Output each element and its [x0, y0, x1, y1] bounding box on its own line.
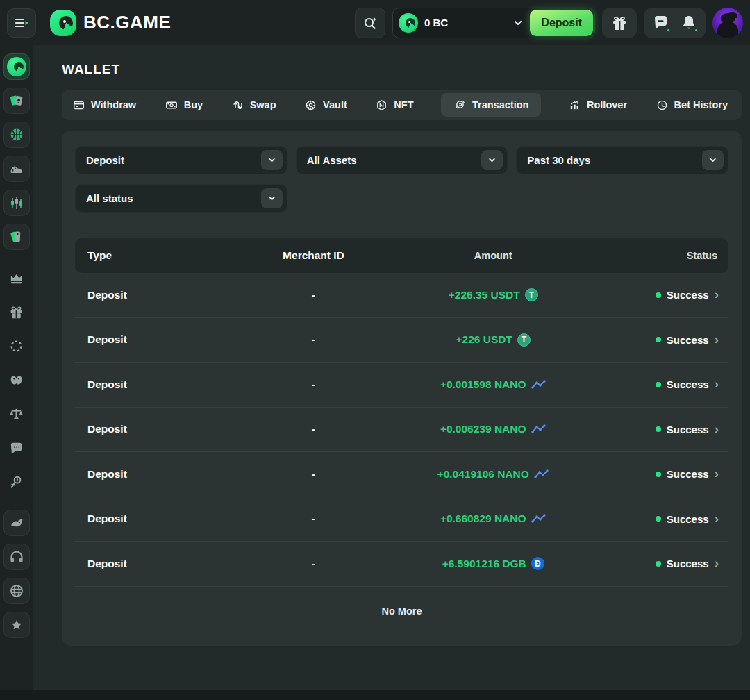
topbar: BC.GAME 0 BC Deposit — [0, 0, 750, 45]
table-row[interactable]: Deposit - +0.660829 NANO Success› — [75, 497, 728, 542]
sidebar-item-sports[interactable] — [3, 122, 30, 148]
filter-period-select[interactable]: Past 30 days — [516, 146, 728, 174]
clock-icon — [656, 99, 668, 111]
sidebar-item-bonus[interactable] — [3, 299, 30, 325]
table-row[interactable]: Deposit - +226 USDTT Success› — [75, 318, 728, 363]
table-row[interactable]: Deposit - +0.0419106 NANO Success› — [75, 452, 728, 497]
racing-sneaker-icon — [8, 160, 25, 177]
sidebar-item-support[interactable] — [3, 544, 30, 570]
tab-transaction[interactable]: Transaction — [441, 93, 541, 117]
filter-type-select[interactable]: Deposit — [75, 146, 288, 174]
filters: Deposit All Assets Past 30 days — [75, 146, 728, 212]
success-dot — [656, 426, 661, 432]
swap-icon — [232, 99, 244, 111]
bottom-strip — [0, 690, 750, 700]
brand[interactable]: BC.GAME — [50, 10, 171, 36]
sidebar-item-racing[interactable] — [3, 156, 30, 182]
page-title: WALLET — [62, 62, 742, 77]
dgb-icon: Ð — [531, 557, 544, 570]
bonus-gift-icon — [8, 304, 24, 320]
favorites-star-icon — [10, 618, 24, 632]
table-row[interactable]: Deposit - +226.35 USDTT Success› — [75, 273, 728, 318]
tab-nft[interactable]: NFT — [374, 94, 415, 117]
table-row[interactable]: Deposit - +0.006239 NANO Success› — [75, 408, 728, 453]
sidebar-item-forum[interactable] — [3, 435, 30, 461]
sidebar-item-mascots[interactable] — [3, 367, 30, 393]
promo-group — [602, 8, 637, 38]
transaction-icon — [453, 99, 466, 111]
trading-candles-icon — [8, 194, 25, 211]
filter-status-select[interactable]: All status — [75, 184, 288, 212]
tab-rollover[interactable]: Rollover — [567, 94, 628, 117]
rewards-ring-icon — [8, 338, 24, 354]
main-content: WALLET Withdraw Buy Swap Vault NFT — [33, 45, 750, 700]
table-row[interactable]: Deposit - +6.5901216 DGBÐ Success› — [75, 542, 728, 587]
balance-amount: 0 BC — [424, 17, 448, 28]
tab-buy[interactable]: Buy — [164, 94, 204, 117]
success-dot — [656, 292, 661, 298]
header-status: Status — [591, 250, 728, 261]
tab-swap[interactable]: Swap — [231, 94, 278, 117]
chevron-right-icon: › — [715, 288, 719, 301]
header-type: Type — [75, 249, 232, 262]
chat-button[interactable] — [652, 14, 669, 31]
tab-withdraw[interactable]: Withdraw — [72, 94, 138, 117]
rollover-icon — [569, 99, 581, 111]
transaction-panel: Deposit All Assets Past 30 days — [62, 131, 742, 646]
nano-icon — [531, 380, 547, 390]
sidebar-item-lottery[interactable] — [3, 224, 30, 250]
chat-unread-dot — [666, 28, 671, 33]
vip-crown-icon — [8, 270, 24, 286]
bc-logo-icon — [7, 57, 26, 76]
nano-icon — [534, 469, 549, 479]
chevron-down-icon — [512, 17, 524, 28]
filter-asset-select[interactable]: All Assets — [296, 146, 508, 174]
menu-button[interactable] — [7, 8, 36, 38]
sidebar-item-sponsorship[interactable] — [3, 510, 30, 536]
sidebar-item-favorites[interactable] — [3, 612, 30, 638]
notifications-group — [644, 8, 706, 38]
tab-vault[interactable]: Vault — [303, 94, 349, 117]
usdt-icon: T — [517, 333, 531, 347]
success-dot — [656, 516, 661, 522]
avatar[interactable] — [712, 8, 743, 38]
sidebar-item-fairness[interactable] — [3, 401, 30, 427]
brand-name: BC.GAME — [83, 12, 171, 33]
nft-icon — [376, 99, 388, 111]
search-button[interactable] — [355, 8, 385, 38]
success-dot — [656, 337, 661, 342]
forum-chat-icon — [8, 440, 24, 456]
sidebar-item-rewards[interactable] — [3, 333, 30, 359]
bell-button[interactable] — [681, 14, 697, 31]
success-dot — [656, 561, 661, 567]
sidebar-item-home[interactable] — [3, 53, 30, 80]
bc-coin-icon — [399, 13, 418, 33]
chevron-down-icon — [702, 150, 724, 170]
sidebar-item-vip[interactable] — [3, 265, 30, 291]
balance-selector[interactable]: 0 BC Deposit — [392, 8, 595, 38]
gift-button[interactable] — [610, 14, 628, 32]
sidebar-item-language[interactable] — [3, 578, 30, 604]
table-header: Type Merchant ID Amount Status — [75, 238, 728, 273]
chevron-right-icon: › — [715, 556, 719, 569]
bc-logo-icon — [50, 10, 76, 36]
success-dot — [656, 472, 661, 477]
sidebar-item-casino[interactable] — [3, 88, 30, 114]
menu-icon — [13, 15, 30, 31]
casino-cards-icon — [8, 92, 25, 109]
deposit-button[interactable]: Deposit — [530, 10, 593, 36]
header-merchant-id: Merchant ID — [232, 249, 395, 262]
table-row[interactable]: Deposit - +0.001598 NANO Success› — [75, 362, 728, 408]
fairness-scale-icon — [8, 406, 24, 422]
sidebar — [0, 45, 33, 700]
wallet-tabbar: Withdraw Buy Swap Vault NFT Transaction — [62, 90, 742, 120]
tab-bet-history[interactable]: Bet History — [655, 94, 729, 117]
usdt-icon: T — [525, 288, 538, 301]
gift-icon — [610, 14, 628, 32]
sidebar-item-research[interactable] — [3, 469, 30, 495]
vault-icon — [305, 99, 317, 111]
sidebar-item-trading[interactable] — [3, 190, 30, 216]
transactions-table: Type Merchant ID Amount Status Deposit -… — [75, 238, 728, 587]
nano-icon — [531, 424, 547, 434]
chevron-right-icon: › — [715, 377, 719, 390]
